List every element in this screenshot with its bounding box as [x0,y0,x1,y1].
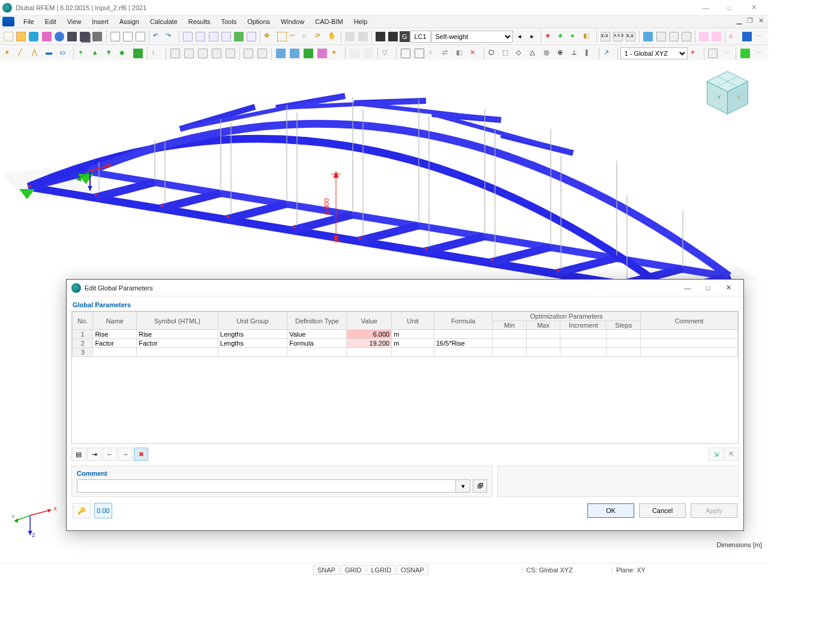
new-button[interactable] [2,30,14,43]
gen3-button[interactable]: ▼ [104,47,117,60]
gen1-button[interactable]: ✶ [76,47,89,60]
export-button[interactable]: ⇲ [709,448,723,461]
row-down-button[interactable]: → [118,448,133,461]
display-button[interactable] [655,30,667,43]
col-formula[interactable]: Formula [434,312,492,330]
comment-dropdown-button[interactable]: ▾ [456,479,470,493]
array-button[interactable] [224,47,237,60]
grp3-button[interactable] [302,47,315,60]
snap5-button[interactable]: ◎ [542,47,555,60]
green-check-button[interactable] [739,47,752,60]
col-max[interactable]: Max [526,321,560,330]
saveall-button[interactable] [79,30,91,43]
osnap-toggle[interactable]: OSNAP [397,565,428,575]
grp2-button[interactable] [288,47,301,60]
ext2-button[interactable] [362,47,375,60]
nav1-button[interactable] [182,30,194,43]
menu-options[interactable]: Options [242,16,275,27]
pan-button[interactable]: ✋ [326,30,338,43]
report-button[interactable] [245,30,257,43]
hide-button[interactable] [668,30,680,43]
apply-button[interactable]: Apply [691,503,737,518]
lc-next-button[interactable]: ▸ [526,30,538,43]
dialog-close-button[interactable]: ✕ [718,280,739,296]
gen2-button[interactable]: ▲ [90,47,103,60]
sel-circ-button[interactable]: ○ [427,47,440,60]
mdi-close-icon[interactable]: ✕ [756,17,766,26]
cancel-button[interactable]: Cancel [639,503,686,518]
col-name[interactable]: Name [93,312,137,330]
settings-button[interactable] [53,30,65,43]
section-button[interactable] [698,30,710,43]
zoomprev-button[interactable]: ⤺ [289,30,301,43]
scale-button[interactable] [210,47,223,60]
menu-help[interactable]: Help [349,16,373,27]
minimize-button[interactable]: — [694,0,718,15]
calc-button[interactable] [233,30,245,43]
snap3-button[interactable]: ◇ [514,47,527,60]
undo-button[interactable]: ↶ [152,30,164,43]
snap4-button[interactable]: △ [528,47,541,60]
del2-button[interactable] [256,47,269,60]
script-button[interactable] [740,30,752,43]
col-unitgroup[interactable]: Unit Group [218,312,287,330]
snap8-button[interactable]: ∥ [583,47,596,60]
xxx-button[interactable]: x.x.x [612,30,624,43]
table3-button[interactable] [134,30,146,43]
dark2-button[interactable] [387,30,399,43]
xx-button[interactable]: x.x [599,30,611,43]
grp1-button[interactable] [274,47,287,60]
sel-clear-button[interactable]: ✕ [468,47,481,60]
coordsys-select[interactable]: 1 - Global XYZ [620,47,688,59]
layers-button[interactable] [642,30,654,43]
overflow2-button[interactable]: ⋯ [720,47,733,60]
overflow3-button[interactable]: ⋯ [752,47,766,60]
snap6-button[interactable]: ⊕ [556,47,569,60]
sel-rect-button[interactable] [399,47,412,60]
import-button[interactable]: ⇱ [724,448,739,461]
col-deftype[interactable]: Definition Type [287,312,347,330]
parameters-grid[interactable]: No. Name Symbol (HTML) Unit Group Defini… [71,311,739,444]
menu-file[interactable]: File [18,16,40,27]
row-up-button[interactable]: ← [103,448,117,461]
snap7-button[interactable]: ⊥ [569,47,583,60]
dialog-minimize-button[interactable]: — [677,280,698,296]
table1-button[interactable] [109,30,121,43]
loadcase-id[interactable] [410,31,431,43]
col-symbol[interactable]: Symbol (HTML) [137,312,218,330]
grp5-button[interactable]: ✶ [329,47,343,60]
open-button[interactable] [15,30,27,43]
save-button[interactable] [66,30,78,43]
dialog-maximize-button[interactable]: □ [698,280,718,296]
clipping-button[interactable] [710,30,722,43]
member-button[interactable]: ▬ [44,47,57,60]
row-insert-button[interactable]: ⇥ [87,448,101,461]
grp4-button[interactable] [316,47,329,60]
col-no[interactable]: No. [73,312,93,330]
lc-prev-button[interactable]: ◂ [514,30,526,43]
maximize-button[interactable]: □ [718,0,742,15]
dark1-button[interactable] [374,30,386,43]
print-button[interactable] [91,30,103,43]
menu-cad-bim[interactable]: CAD-BIM [310,16,348,27]
help-button[interactable]: 🔑 [73,503,91,518]
sel-cube-button[interactable]: ◧ [454,47,467,60]
line-button[interactable]: ╱ [16,47,29,60]
menu-calculate[interactable]: Calculate [145,16,183,27]
rotate-button[interactable]: ⟳ [314,30,326,43]
nav3-button[interactable] [208,30,220,43]
snap-toggle[interactable]: SNAP [313,565,340,575]
comment-input[interactable] [77,479,456,493]
block-button[interactable] [41,30,53,43]
lgrid-toggle[interactable]: LGRID [367,565,395,575]
row-add-button[interactable]: ▤ [71,448,86,461]
sel-inv-button[interactable]: ⇄ [440,47,454,60]
snap1-button[interactable]: ⬡ [487,47,500,60]
xx2-button[interactable]: x.x [625,30,637,43]
menu-insert[interactable]: Insert [86,16,114,27]
mirror-button[interactable] [182,47,196,60]
view-iso-button[interactable] [344,30,356,43]
gridtoggle-button[interactable] [707,47,720,60]
sel-poly-button[interactable] [413,47,426,60]
edit1-button[interactable]: ↕ [150,47,163,60]
